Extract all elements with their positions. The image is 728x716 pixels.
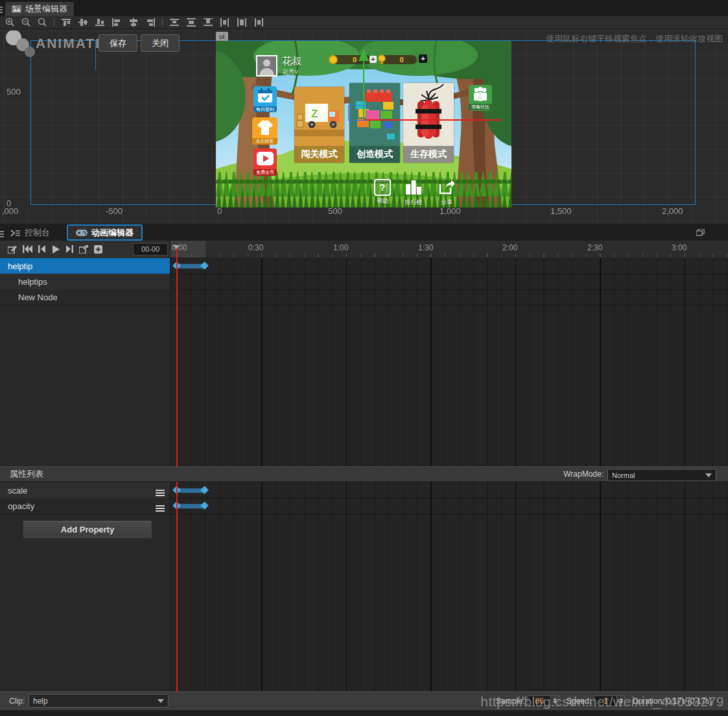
title-bar: 场景编辑器 bbox=[0, 0, 728, 16]
ruler-tick: 2,000 bbox=[662, 206, 683, 216]
survival-mode-art bbox=[403, 83, 454, 146]
next-frame-icon[interactable] bbox=[65, 245, 73, 253]
level-mode-label: 闯关模式 bbox=[294, 146, 344, 163]
prev-frame-icon[interactable] bbox=[38, 245, 46, 253]
property-row-opacity[interactable]: opacity bbox=[0, 498, 728, 514]
daily-signin-label: 每日签到 bbox=[253, 106, 277, 112]
help-button[interactable]: ? 帮助 bbox=[368, 179, 397, 206]
node-row-new-node[interactable]: New Node bbox=[0, 289, 728, 305]
distribute-middle-icon[interactable] bbox=[186, 18, 196, 28]
node-row-helptip[interactable]: helptip bbox=[0, 258, 728, 274]
share-button[interactable]: 分享 bbox=[432, 179, 461, 207]
play-icon[interactable] bbox=[52, 245, 60, 254]
align-top-icon[interactable] bbox=[61, 18, 71, 28]
ruler-tick: -500 bbox=[106, 206, 123, 216]
close-button[interactable]: 关闭 bbox=[141, 34, 180, 52]
distribute-top-icon[interactable] bbox=[169, 18, 180, 28]
watermark-url: https://blog.csdn.net/weixin_44053279 bbox=[480, 694, 724, 710]
tab-console[interactable]: 控制台 bbox=[3, 225, 58, 241]
panel-tabbar: 控制台 动画编辑器 bbox=[0, 224, 728, 241]
podium-icon bbox=[406, 179, 421, 195]
time-label: 2:00 bbox=[502, 243, 517, 252]
align-center-icon[interactable] bbox=[128, 18, 139, 28]
node-row-helptips[interactable]: helptips bbox=[0, 274, 728, 290]
energy-counter: 0 bbox=[379, 55, 417, 64]
align-middle-icon[interactable] bbox=[78, 18, 88, 28]
leaderboard-button[interactable]: 排行榜 bbox=[399, 179, 428, 207]
wrapmode-dropdown[interactable]: Normal bbox=[607, 469, 716, 481]
skip-start-icon[interactable] bbox=[23, 245, 32, 253]
animate-mode-title: ANIMATE bbox=[36, 36, 106, 51]
bottom-strip bbox=[0, 710, 728, 716]
community-icon[interactable]: 攻略社区 bbox=[469, 85, 492, 111]
avatar[interactable] bbox=[256, 55, 277, 77]
free-coins-icon[interactable]: 免费金币 bbox=[253, 149, 277, 176]
zoom-out-icon[interactable] bbox=[21, 18, 31, 28]
canvas-node-tag: ui bbox=[216, 32, 228, 41]
playhead-line[interactable] bbox=[176, 246, 178, 466]
distribute-right-icon[interactable] bbox=[253, 18, 264, 28]
add-coin-button[interactable]: + bbox=[370, 56, 377, 63]
distribute-left-icon[interactable] bbox=[220, 18, 230, 28]
clip-dropdown[interactable]: help bbox=[29, 694, 169, 708]
add-energy-button[interactable]: + bbox=[419, 54, 427, 63]
open-external-icon[interactable] bbox=[79, 245, 88, 254]
wrapmode-label: WrapMode: bbox=[563, 470, 604, 479]
console-icon bbox=[10, 230, 21, 237]
property-row-scale[interactable]: scale bbox=[0, 483, 728, 499]
property-list-title: 属性列表 bbox=[10, 468, 43, 480]
align-bottom-icon[interactable] bbox=[95, 18, 105, 28]
help-label: 帮助 bbox=[368, 197, 397, 206]
scene-canvas-preview[interactable]: 花叔 新秀V 0 + 0 + 每日签到 永久时装 bbox=[216, 41, 511, 208]
free-coins-label: 免费金币 bbox=[253, 169, 277, 176]
clip-value: help bbox=[33, 697, 48, 706]
lamp-icon bbox=[377, 54, 386, 65]
energy-value: 0 bbox=[386, 56, 417, 64]
scene-viewport[interactable]: 花叔 新秀V 0 + 0 + 每日签到 永久时装 bbox=[0, 29, 728, 224]
playhead-line[interactable] bbox=[176, 482, 178, 691]
edit-icon[interactable] bbox=[8, 245, 17, 254]
time-label: 1:30 bbox=[418, 243, 433, 252]
level-mode-art: Z bbox=[294, 87, 344, 146]
zoom-in-icon[interactable] bbox=[5, 18, 15, 28]
animation-controls: 00-00 bbox=[0, 241, 170, 257]
save-button[interactable]: 保存 bbox=[99, 34, 137, 52]
daily-signin-icon[interactable]: 每日签到 bbox=[253, 86, 277, 112]
toolbar-separator bbox=[54, 19, 54, 27]
card-create-mode[interactable]: 创造模式 bbox=[349, 83, 400, 163]
zoom-reset-icon[interactable] bbox=[38, 18, 47, 28]
time-label: 2:30 bbox=[587, 243, 602, 252]
add-property-button[interactable]: Add Property bbox=[23, 520, 152, 539]
align-left-icon[interactable] bbox=[112, 18, 122, 28]
outfit-icon[interactable]: 永久时装 bbox=[252, 117, 277, 145]
node-selection-box[interactable] bbox=[348, 105, 366, 121]
align-right-icon[interactable] bbox=[145, 18, 156, 28]
panel-menu-icon[interactable] bbox=[0, 231, 4, 238]
calendar-check-icon bbox=[257, 88, 273, 104]
distribute-bottom-icon[interactable] bbox=[203, 18, 213, 28]
tab-animation-editor-label: 动画编辑器 bbox=[91, 227, 134, 239]
gizmo-y-arrowhead bbox=[358, 49, 369, 61]
ruler-bottom: ,000 -500 0 500 1,000 1,500 2,000 bbox=[0, 206, 728, 221]
card-survival-mode[interactable]: 生存模式 bbox=[403, 83, 454, 163]
playhead-marker[interactable] bbox=[173, 245, 180, 249]
timeline-ruler[interactable]: 0:00 0:30 1:00 1:30 2:00 2:30 3:00 bbox=[170, 241, 728, 258]
player-name: 花叔 bbox=[282, 55, 301, 67]
tab-animation-editor[interactable]: 动画编辑器 bbox=[67, 224, 143, 241]
current-time-field[interactable]: 00-00 bbox=[133, 243, 168, 256]
tab-scene-editor[interactable]: 场景编辑器 bbox=[5, 2, 74, 16]
tab-scene-editor-label: 场景编辑器 bbox=[25, 3, 67, 15]
gizmo-x-axis[interactable] bbox=[364, 119, 502, 121]
add-keyframe-icon[interactable] bbox=[94, 245, 102, 254]
row-menu-icon[interactable] bbox=[156, 505, 165, 512]
people-icon bbox=[472, 87, 489, 101]
node-name: helptips bbox=[0, 274, 170, 289]
card-level-mode[interactable]: Z 闯关模式 bbox=[294, 87, 344, 163]
ruler-tick: 0 bbox=[217, 206, 222, 216]
row-menu-icon[interactable] bbox=[156, 490, 165, 496]
time-label: 3:00 bbox=[672, 243, 687, 252]
window-menu-icon[interactable] bbox=[0, 6, 3, 14]
restore-window-icon[interactable] bbox=[696, 229, 705, 236]
distribute-center-icon[interactable] bbox=[237, 18, 247, 28]
svg-text:Z: Z bbox=[311, 108, 318, 120]
